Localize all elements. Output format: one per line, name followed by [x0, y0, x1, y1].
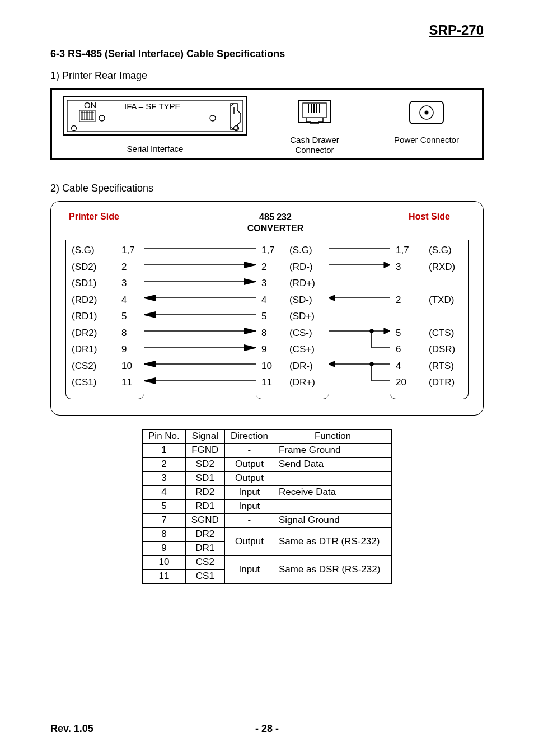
printer-pin-row: (SD2)2 — [72, 259, 138, 276]
printer-pin-row: (RD2)4 — [72, 292, 138, 309]
converter-pin-row: 11(DR+) — [261, 374, 323, 391]
host-pin-column: 1,7(S.G)3(RXD) 2(TXD) 5(CTS)6(DSR)4(RTS)… — [390, 240, 469, 399]
printer-pin-row: (SD1)3 — [72, 275, 138, 292]
svg-point-27 — [425, 111, 429, 115]
rj-connector-icon — [295, 96, 334, 127]
svg-point-14 — [210, 115, 216, 121]
wiring-lines-right — [329, 240, 390, 405]
converter-pin-row: 5(SD+) — [261, 308, 323, 325]
power-connector-icon — [406, 96, 447, 127]
document-title: SRP-270 — [50, 22, 484, 38]
page-footer: Rev. 1.05 - 28 - — [50, 723, 484, 735]
drawer-label: Cash Drawer Connector — [267, 135, 362, 155]
host-pin-row: 3(RXD) — [396, 259, 462, 276]
on-label: ON — [84, 100, 97, 110]
printer-pin-row: (DR2)8 — [72, 325, 138, 342]
ifa-label: IFA – SF TYPE — [124, 101, 181, 111]
wiring-diagram-box: Printer Side 485 232CONVERTER Host Side … — [50, 201, 484, 416]
printer-side-title: Printer Side — [65, 212, 161, 234]
table-row: 5RD1Input — [143, 500, 392, 514]
converter-pin-row: 3(RD+) — [261, 275, 323, 292]
serial-interface-block: ON IFA – SF TYPE — [60, 96, 250, 154]
printer-pin-row: (RD1)5 — [72, 308, 138, 325]
page-number: - 28 - — [255, 723, 279, 735]
revision-label: Rev. 1.05 — [50, 723, 93, 735]
serial-label: Serial Interface — [60, 144, 250, 154]
svg-point-17 — [234, 126, 239, 131]
converter-pin-row: 1,7(S.G) — [261, 242, 323, 259]
table-row: 2SD2OutputSend Data — [143, 458, 392, 472]
printer-pin-row: (S.G)1,7 — [72, 242, 138, 259]
converter-title: 485 232CONVERTER — [231, 212, 320, 234]
table-row: 7SGND-Signal Ground — [143, 514, 392, 528]
host-side-title: Host Side — [390, 212, 469, 234]
table-row: 3SD1Output — [143, 472, 392, 486]
table-row: 4RD2InputReceive Data — [143, 486, 392, 500]
power-connector-block: Power Connector — [379, 96, 474, 145]
converter-pin-column: 1,7(S.G)2(RD-)3(RD+)4(SD-)5(SD+)8(CS-)9(… — [256, 240, 329, 399]
host-pin-row: 6(DSR) — [396, 341, 462, 358]
host-pin-row — [396, 308, 462, 325]
printer-pin-column: (S.G)1,7(SD2)2(SD1)3(RD2)4(RD1)5(DR2)8(D… — [65, 240, 144, 399]
section-heading: 6-3 RS-485 (Serial Interface) Cable Spec… — [50, 48, 484, 60]
svg-point-16 — [72, 126, 77, 131]
host-pin-row: 5(CTS) — [396, 325, 462, 342]
host-pin-row: 4(RTS) — [396, 358, 462, 375]
printer-pin-row: (CS1)11 — [72, 374, 138, 391]
converter-pin-row: 9(CS+) — [261, 341, 323, 358]
table-row: 1FGND-Frame Ground — [143, 444, 392, 458]
table-header: Pin No. — [143, 430, 186, 444]
power-label: Power Connector — [379, 135, 474, 145]
host-pin-row: 20(DTR) — [396, 374, 462, 391]
converter-pin-row: 2(RD-) — [261, 259, 323, 276]
table-row: 10CS2InputSame as DSR (RS-232) — [143, 556, 392, 570]
rear-panel-box: ON IFA – SF TYPE — [50, 88, 484, 160]
printer-pin-row: (DR1)9 — [72, 341, 138, 358]
subheading-2: 2) Cable Specifications — [50, 183, 484, 194]
table-row: 8DR2OutputSame as DTR (RS-232) — [143, 528, 392, 542]
pin-table: Pin No.SignalDirectionFunction 1FGND-Fra… — [142, 429, 392, 584]
subheading-1: 1) Printer Rear Image — [50, 70, 484, 82]
converter-pin-row: 8(CS-) — [261, 325, 323, 342]
printer-pin-row: (CS2)10 — [72, 358, 138, 375]
wiring-lines-left — [144, 240, 256, 405]
converter-pin-row: 10(DR-) — [261, 358, 323, 375]
svg-point-13 — [99, 115, 105, 121]
serial-interface-drawing: ON IFA – SF TYPE — [63, 96, 247, 136]
table-header: Signal — [185, 430, 224, 444]
converter-pin-row: 4(SD-) — [261, 292, 323, 309]
host-pin-row: 1,7(S.G) — [396, 242, 462, 259]
host-pin-row: 2(TXD) — [396, 292, 462, 309]
host-pin-row — [396, 275, 462, 292]
cash-drawer-block: Cash Drawer Connector — [267, 96, 362, 155]
table-header: Function — [274, 430, 391, 444]
table-header: Direction — [224, 430, 274, 444]
